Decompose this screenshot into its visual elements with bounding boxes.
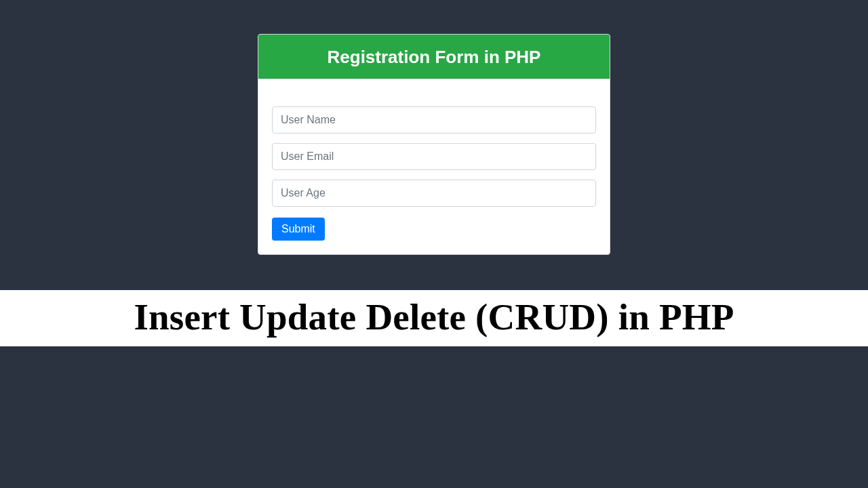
card-body: Submit: [258, 79, 610, 254]
form-title: Registration Form in PHP: [328, 47, 541, 67]
title-banner: Insert Update Delete (CRUD) in PHP: [0, 290, 868, 346]
banner-text: Insert Update Delete (CRUD) in PHP: [134, 296, 734, 338]
user-name-input[interactable]: [272, 106, 596, 134]
user-age-input[interactable]: [272, 180, 596, 207]
submit-button[interactable]: Submit: [272, 218, 325, 241]
user-email-input[interactable]: [272, 143, 596, 170]
card-header: Registration Form in PHP: [258, 35, 610, 79]
registration-card: Registration Form in PHP Submit: [258, 34, 610, 255]
